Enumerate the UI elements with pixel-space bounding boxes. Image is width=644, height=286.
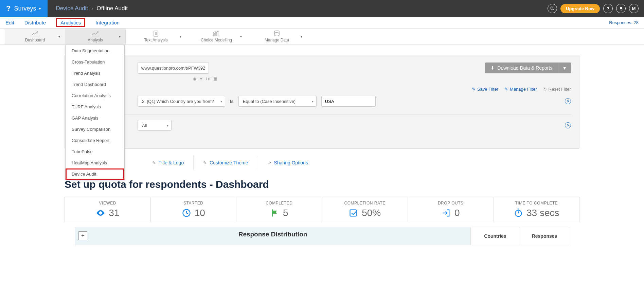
dd-consolidate-report[interactable]: Consolidate Report (66, 135, 124, 146)
brand-label: Surveys (14, 5, 36, 12)
svg-rect-7 (215, 33, 216, 36)
edit-icon: ✎ (203, 160, 207, 165)
exit-icon (442, 208, 451, 218)
tab-distribute[interactable]: Distribute (24, 20, 46, 25)
toolbar-analysis-label: Analysis (88, 38, 103, 42)
brand-menu[interactable]: ? Surveys ▼ (0, 0, 48, 17)
tab-edit[interactable]: Edit (5, 20, 14, 25)
chevron-down-icon: ▼ (58, 35, 61, 38)
avatar[interactable]: M (629, 4, 639, 13)
tab-sharing-options[interactable]: ↗Sharing Options (258, 156, 318, 170)
svg-rect-2 (154, 31, 158, 36)
remove-filter-button[interactable]: ✕ (565, 122, 571, 128)
chevron-down-icon: ▼ (38, 7, 41, 11)
toolbar-manage-data[interactable]: Manage Data ▼ (247, 29, 307, 44)
stat-ttc-value: 33 secs (526, 208, 559, 218)
toolbar-manage-data-label: Manage Data (265, 38, 289, 42)
choice-modelling-icon (212, 31, 220, 37)
dashboard-title-row: Set up quota for respondents - Dashboard (65, 170, 579, 197)
download-icon: ⬇ (490, 65, 495, 71)
svg-point-0 (551, 7, 553, 9)
tab-customize-theme[interactable]: ✎Customize Theme (193, 156, 257, 170)
dd-survey-comparison[interactable]: Survey Comparison (66, 124, 124, 135)
edit-icon: ✎ (472, 87, 476, 92)
svg-rect-8 (217, 32, 218, 36)
tab-title-logo[interactable]: ✎Title & Logo (143, 156, 193, 170)
dd-turf-analysis[interactable]: TURF Analysis (66, 101, 124, 112)
eye-icon (96, 208, 105, 218)
download-label: Download Data & Reports (497, 65, 552, 71)
text-analysis-icon (152, 31, 160, 37)
toolbar-text-analysis[interactable]: Text Analysis ▼ (126, 29, 186, 44)
divider (73, 114, 571, 114)
stat-completed-value: 5 (283, 208, 288, 218)
toolbar-dashboard-label: Dashboard (25, 38, 45, 42)
filter-all-select[interactable]: All (138, 120, 172, 131)
stat-started: STARTED 10 (151, 197, 237, 222)
download-button[interactable]: ⬇ Download Data & Reports (485, 62, 558, 73)
sub-nav: Edit Distribute Analytics Integration Re… (0, 17, 644, 29)
svg-rect-12 (350, 210, 357, 216)
remove-filter-button[interactable]: ✕ (565, 98, 571, 104)
toolbar-analysis[interactable]: Analysis ▼ (65, 29, 126, 44)
chevron-down-icon: ▼ (300, 35, 303, 38)
filter-panel: ⬇ Download Data & Reports ▼ ◉ ✦ in ▦ ✎Sa… (65, 55, 579, 149)
upgrade-button[interactable]: Upgrade Now (560, 4, 600, 13)
distribution-section: + Response Distribution Countries Respon… (65, 227, 579, 245)
stat-completion-rate-label: COMPLETION RATE (322, 201, 408, 205)
filter-row-1: 2. [Q1] Which Country are you from? Is E… (73, 96, 571, 107)
filter-row-2: All ✕ (73, 120, 571, 131)
dd-tubepulse[interactable]: TubePulse (66, 146, 124, 157)
chevron-down-icon: ▼ (239, 35, 243, 38)
database-icon (273, 31, 281, 37)
chevron-down-icon: ▼ (118, 35, 121, 38)
stat-started-value: 10 (195, 208, 205, 218)
filter-question-select[interactable]: 2. [Q1] Which Country are you from? (138, 96, 225, 107)
dd-cross-tabulation[interactable]: Cross-Tabulation (66, 56, 124, 68)
toolbar-choice-modelling-label: Choice Modelling (201, 38, 232, 42)
toolbar-dashboard[interactable]: Dashboard ▼ (5, 29, 65, 44)
filter-actions: ✎Save Filter ✎Manage Filter ↻Reset Filte… (73, 87, 571, 92)
checkbox-icon (349, 208, 358, 218)
stat-viewed-value: 31 (109, 208, 119, 218)
stat-drop-outs-value: 0 (454, 208, 460, 218)
edit-icon: ✎ (504, 87, 508, 92)
dd-trend-analysis[interactable]: Trend Analysis (66, 68, 124, 79)
linkedin-icon[interactable]: in (206, 76, 211, 81)
download-caret-button[interactable]: ▼ (558, 62, 571, 73)
reset-filter-link[interactable]: ↻Reset Filter (543, 87, 571, 92)
stat-viewed: VIEWED 31 (65, 197, 151, 222)
add-distribution-button[interactable]: + (78, 231, 87, 240)
url-row: ⬇ Download Data & Reports ▼ (73, 62, 571, 74)
distribution-headers: Countries Responses (471, 227, 569, 245)
distribution-countries-header: Countries (471, 227, 520, 245)
notifications-button[interactable] (616, 4, 626, 13)
svg-line-1 (553, 9, 554, 10)
breadcrumb-link[interactable]: Device Audit (56, 5, 88, 12)
help-button[interactable]: ? (603, 4, 613, 13)
facebook-icon[interactable]: ◉ (193, 76, 197, 81)
twitter-icon[interactable]: ✦ (199, 76, 204, 81)
tab-analytics[interactable]: Analytics (56, 18, 85, 27)
dd-device-audit[interactable]: Device Audit (66, 168, 124, 180)
dd-correlation-analysis[interactable]: Correlation Analysis (66, 90, 124, 101)
manage-filter-link[interactable]: ✎Manage Filter (504, 87, 537, 92)
filter-value-input[interactable] (321, 96, 376, 107)
toolbar-choice-modelling[interactable]: Choice Modelling ▼ (186, 29, 247, 44)
filter-operator-select[interactable]: Equal to (Case Insensitive) (238, 96, 317, 107)
survey-url-input[interactable] (138, 62, 209, 74)
save-filter-link[interactable]: ✎Save Filter (472, 87, 498, 92)
dd-gap-analysis[interactable]: GAP Analysis (66, 112, 124, 124)
dashboard-icon (31, 31, 39, 37)
qr-icon[interactable]: ▦ (213, 76, 218, 81)
dd-data-segmentation[interactable]: Data Segmentation (66, 45, 124, 56)
dd-trend-dashboard[interactable]: Trend Dashboard (66, 79, 124, 90)
chevron-down-icon: ▼ (179, 35, 182, 38)
refresh-icon: ↻ (543, 87, 547, 92)
search-button[interactable] (548, 4, 557, 13)
stat-completion-rate-value: 50% (362, 208, 381, 218)
topbar-actions: Upgrade Now ? M (548, 4, 644, 13)
stats-row: VIEWED 31 STARTED 10 COMPLETED 5 COMPLET… (65, 197, 579, 222)
tab-integration[interactable]: Integration (95, 20, 120, 25)
dd-heatmap-analysis[interactable]: HeatMap Analysis (66, 157, 124, 168)
